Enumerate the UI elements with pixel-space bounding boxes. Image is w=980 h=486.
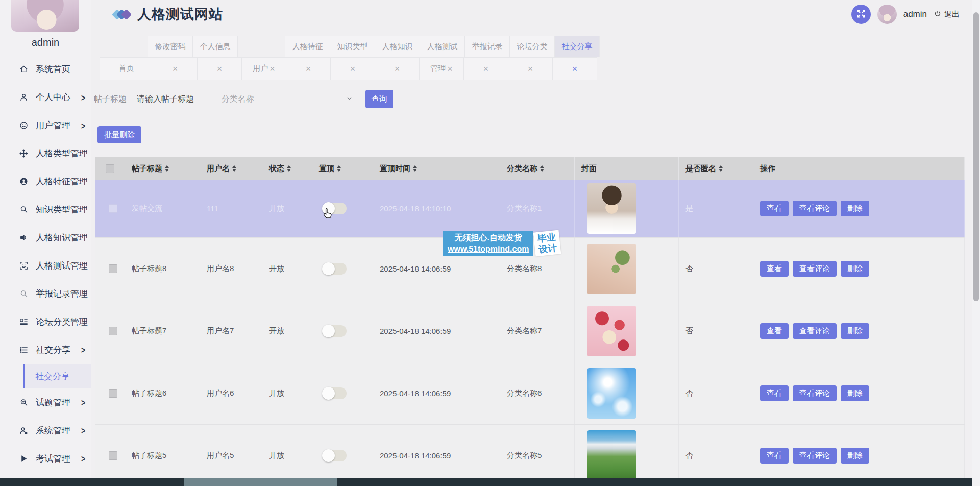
sort-icon[interactable] xyxy=(540,163,544,174)
cover-image xyxy=(587,244,636,294)
sidebar-item-5[interactable]: 人格特征管理> xyxy=(0,167,91,196)
close-icon[interactable]: × xyxy=(270,64,275,74)
tab-title-1[interactable]: 修改密码 xyxy=(148,36,193,57)
sidebar-item-6[interactable]: 知识类型管理> xyxy=(0,196,91,224)
sort-icon[interactable] xyxy=(165,163,169,174)
sidebar-item-10[interactable]: 论坛分类管理> xyxy=(0,308,91,336)
sidebar-item-14[interactable]: 考试管理> xyxy=(0,445,91,473)
close-icon[interactable]: × xyxy=(306,64,311,74)
sidebar-item-13[interactable]: 系统管理> xyxy=(0,417,91,445)
action-button-delete[interactable]: 删除 xyxy=(841,201,869,216)
sort-icon[interactable] xyxy=(287,163,291,174)
sidebar-item-11[interactable]: 社交分享> xyxy=(0,336,91,364)
select-all-checkbox[interactable] xyxy=(106,164,114,173)
tab-page-7[interactable]: × xyxy=(375,57,420,80)
close-icon[interactable]: × xyxy=(483,64,489,74)
tab-title-7[interactable]: 举报记录 xyxy=(464,36,510,57)
search-button[interactable]: 查询 xyxy=(365,90,393,108)
logout-button[interactable]: 退出 xyxy=(934,10,960,19)
action-button-view[interactable]: 查看 xyxy=(760,323,789,339)
horizontal-scrollbar-thumb[interactable] xyxy=(184,478,337,486)
row-checkbox[interactable] xyxy=(109,264,117,273)
column-header-分类名称[interactable]: 分类名称 xyxy=(500,157,575,180)
tab-page-1[interactable]: 首页 xyxy=(100,57,153,80)
category-select[interactable]: 分类名称 xyxy=(222,94,353,105)
action-button-view-comments[interactable]: 查看评论 xyxy=(793,323,837,339)
tab-title-6[interactable]: 人格测试 xyxy=(420,36,465,57)
tab-page-6[interactable]: × xyxy=(330,57,375,80)
action-button-view-comments[interactable]: 查看评论 xyxy=(793,385,837,401)
pin-toggle[interactable] xyxy=(323,387,347,399)
column-header-用户名[interactable]: 用户名 xyxy=(200,157,262,180)
pin-toggle[interactable] xyxy=(323,325,347,337)
action-button-delete[interactable]: 删除 xyxy=(841,448,869,464)
sort-icon[interactable] xyxy=(337,163,341,174)
tab-page-4[interactable]: 用户× xyxy=(241,57,286,80)
action-button-delete[interactable]: 删除 xyxy=(841,323,869,339)
cell-pin-time: 2025-04-18 14:06:59 xyxy=(373,362,500,424)
action-button-view[interactable]: 查看 xyxy=(760,201,789,216)
sidebar-item-4[interactable]: 人格类型管理> xyxy=(0,139,91,167)
action-button-delete[interactable]: 删除 xyxy=(841,261,869,277)
cell-pinned xyxy=(312,180,373,237)
row-checkbox[interactable] xyxy=(109,389,117,398)
sidebar-item-1[interactable]: 系统首页 xyxy=(0,55,91,83)
sort-icon[interactable] xyxy=(232,163,236,174)
tab-title-9[interactable]: 社交分享 xyxy=(554,36,600,57)
close-icon[interactable]: × xyxy=(572,64,578,74)
sidebar-subitem-社交分享[interactable]: 社交分享 xyxy=(23,364,91,388)
tab-page-11[interactable]: × xyxy=(552,57,597,80)
sidebar-item-9[interactable]: 举报记录管理> xyxy=(0,280,91,308)
post-title-input[interactable] xyxy=(136,94,217,104)
horizontal-scrollbar[interactable] xyxy=(0,478,972,486)
column-header-状态[interactable]: 状态 xyxy=(262,157,312,180)
sidebar-item-7[interactable]: 人格知识管理> xyxy=(0,224,91,252)
column-header-是否匿名[interactable]: 是否匿名 xyxy=(679,157,753,180)
column-header-置顶[interactable]: 置顶 xyxy=(312,157,373,180)
tab-page-10[interactable]: × xyxy=(508,57,553,80)
sidebar-item-3[interactable]: 用户管理> xyxy=(0,111,91,139)
fullscreen-button[interactable] xyxy=(851,5,871,24)
sort-icon[interactable] xyxy=(719,163,723,174)
action-button-view[interactable]: 查看 xyxy=(760,448,789,464)
row-checkbox[interactable] xyxy=(109,451,117,460)
header-select-all[interactable] xyxy=(95,157,125,180)
tab-page-5[interactable]: × xyxy=(286,57,331,80)
tab-title-5[interactable]: 人格知识 xyxy=(375,36,420,57)
action-button-view[interactable]: 查看 xyxy=(760,261,789,277)
vertical-scrollbar-thumb[interactable] xyxy=(973,12,979,301)
pin-toggle[interactable] xyxy=(323,450,347,461)
tab-title-4[interactable]: 知识类型 xyxy=(330,36,375,57)
topbar-avatar[interactable] xyxy=(877,5,897,24)
tab-title-8[interactable]: 论坛分类 xyxy=(509,36,555,57)
action-button-view[interactable]: 查看 xyxy=(760,385,789,401)
tab-page-3[interactable]: × xyxy=(197,57,242,80)
action-button-view-comments[interactable]: 查看评论 xyxy=(793,448,837,464)
action-button-view-comments[interactable]: 查看评论 xyxy=(793,261,837,277)
pin-toggle[interactable] xyxy=(323,203,347,214)
pin-toggle[interactable] xyxy=(323,263,347,275)
close-icon[interactable]: × xyxy=(173,64,178,74)
sort-icon[interactable] xyxy=(413,163,417,174)
tab-page-8[interactable]: 管理× xyxy=(419,57,464,80)
row-checkbox[interactable] xyxy=(109,204,117,213)
close-icon[interactable]: × xyxy=(447,64,453,74)
close-icon[interactable]: × xyxy=(217,64,223,74)
sidebar-item-12[interactable]: 试题管理> xyxy=(0,388,91,417)
sidebar-item-8[interactable]: 人格测试管理> xyxy=(0,252,91,280)
sidebar-item-2[interactable]: 个人中心> xyxy=(0,83,91,111)
tab-title-2[interactable]: 个人信息 xyxy=(192,36,238,57)
tab-page-9[interactable]: × xyxy=(463,57,508,80)
action-button-delete[interactable]: 删除 xyxy=(841,385,869,401)
action-button-view-comments[interactable]: 查看评论 xyxy=(793,201,837,216)
tab-page-2[interactable]: × xyxy=(153,57,198,80)
close-icon[interactable]: × xyxy=(528,64,533,74)
vertical-scrollbar[interactable] xyxy=(972,0,980,486)
column-header-帖子标题[interactable]: 帖子标题 xyxy=(125,157,200,180)
tab-title-3[interactable]: 人格特征 xyxy=(285,36,330,57)
close-icon[interactable]: × xyxy=(350,64,356,74)
batch-delete-button[interactable]: 批量删除 xyxy=(97,126,141,143)
row-checkbox[interactable] xyxy=(109,327,117,335)
column-header-置顶时间[interactable]: 置顶时间 xyxy=(373,157,500,180)
close-icon[interactable]: × xyxy=(395,64,400,74)
